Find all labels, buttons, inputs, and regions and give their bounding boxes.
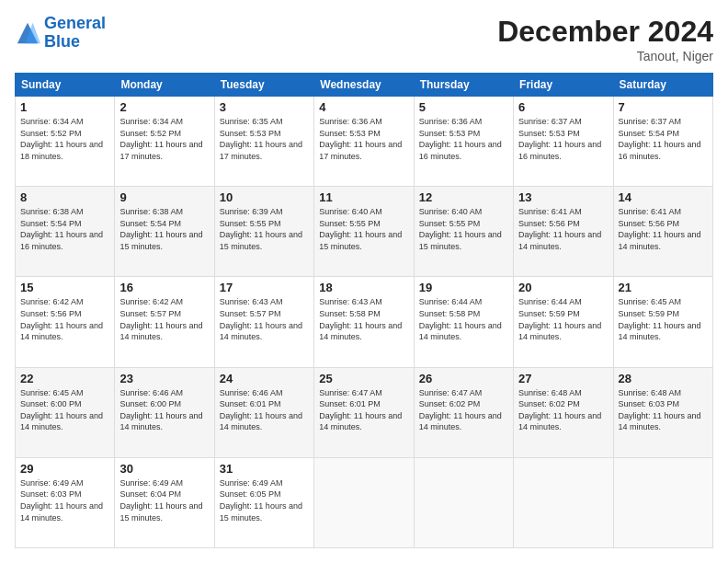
daylight-hours: Daylight: 11 hours and 15 minutes. <box>119 230 202 251</box>
day-number: 7 <box>619 100 708 114</box>
calendar-week-row: 8Sunrise: 6:38 AMSunset: 5:54 PMDaylight… <box>16 187 713 277</box>
calendar-cell: 7Sunrise: 6:37 AMSunset: 5:54 PMDaylight… <box>613 97 712 187</box>
day-number: 9 <box>119 190 209 204</box>
sunrise-info: Sunrise: 6:49 AM <box>20 478 84 488</box>
day-number: 15 <box>20 281 109 294</box>
daylight-hours: Daylight: 11 hours and 14 minutes. <box>518 411 601 432</box>
day-info: Sunrise: 6:35 AMSunset: 5:53 PMDaylight:… <box>220 116 309 162</box>
calendar-cell: 14Sunrise: 6:41 AMSunset: 5:56 PMDayligh… <box>613 187 712 277</box>
day-number: 4 <box>319 100 408 114</box>
weekday-header: Tuesday <box>214 74 313 97</box>
day-info: Sunrise: 6:36 AMSunset: 5:53 PMDaylight:… <box>319 116 408 162</box>
day-info: Sunrise: 6:47 AMSunset: 6:02 PMDaylight:… <box>419 387 508 433</box>
sunset-info: Sunset: 5:59 PM <box>518 309 580 318</box>
day-number: 8 <box>20 190 109 204</box>
calendar-cell: 25Sunrise: 6:47 AMSunset: 6:01 PMDayligh… <box>314 367 414 457</box>
calendar-week-row: 22Sunrise: 6:45 AMSunset: 6:00 PMDayligh… <box>16 367 713 457</box>
logo-icon <box>15 20 40 46</box>
sunrise-info: Sunrise: 6:43 AM <box>220 297 283 306</box>
sunset-info: Sunset: 5:52 PM <box>20 129 82 138</box>
calendar-cell: 23Sunrise: 6:46 AMSunset: 6:00 PMDayligh… <box>115 367 214 457</box>
day-number: 14 <box>619 190 708 204</box>
sunset-info: Sunset: 5:58 PM <box>419 309 481 318</box>
day-info: Sunrise: 6:49 AMSunset: 6:05 PMDaylight:… <box>220 477 309 523</box>
sunrise-info: Sunrise: 6:40 AM <box>419 207 483 216</box>
sunrise-info: Sunrise: 6:44 AM <box>518 297 582 306</box>
day-number: 30 <box>119 462 209 476</box>
calendar-cell: 3Sunrise: 6:35 AMSunset: 5:53 PMDaylight… <box>214 97 313 187</box>
calendar-cell: 1Sunrise: 6:34 AMSunset: 5:52 PMDaylight… <box>16 97 115 187</box>
sunrise-info: Sunrise: 6:45 AM <box>619 297 682 306</box>
daylight-hours: Daylight: 11 hours and 16 minutes. <box>419 140 502 161</box>
sunrise-info: Sunrise: 6:48 AM <box>619 388 682 397</box>
daylight-hours: Daylight: 11 hours and 14 minutes. <box>220 411 302 432</box>
header: General Blue December 2024 Tanout, Niger <box>15 15 713 63</box>
sunset-info: Sunset: 5:56 PM <box>619 219 680 228</box>
sunrise-info: Sunrise: 6:35 AM <box>220 117 283 126</box>
day-number: 19 <box>419 281 508 294</box>
sunrise-info: Sunrise: 6:39 AM <box>220 207 283 216</box>
title-month: December 2024 <box>497 15 713 49</box>
sunset-info: Sunset: 5:55 PM <box>419 219 481 228</box>
calendar-cell: 8Sunrise: 6:38 AMSunset: 5:54 PMDaylight… <box>16 187 115 277</box>
calendar-cell: 15Sunrise: 6:42 AMSunset: 5:56 PMDayligh… <box>16 277 115 367</box>
daylight-hours: Daylight: 11 hours and 14 minutes. <box>619 411 701 432</box>
calendar-cell: 2Sunrise: 6:34 AMSunset: 5:52 PMDaylight… <box>115 97 214 187</box>
daylight-hours: Daylight: 11 hours and 17 minutes. <box>220 140 302 161</box>
day-number: 12 <box>419 190 508 204</box>
day-info: Sunrise: 6:48 AMSunset: 6:02 PMDaylight:… <box>518 387 608 433</box>
calendar-cell: 16Sunrise: 6:42 AMSunset: 5:57 PMDayligh… <box>115 277 214 367</box>
sunset-info: Sunset: 5:59 PM <box>619 309 680 318</box>
sunrise-info: Sunrise: 6:46 AM <box>119 388 183 397</box>
day-info: Sunrise: 6:49 AMSunset: 6:04 PMDaylight:… <box>119 477 209 523</box>
sunset-info: Sunset: 5:55 PM <box>220 219 281 228</box>
day-info: Sunrise: 6:34 AMSunset: 5:52 PMDaylight:… <box>20 116 109 162</box>
title-location: Tanout, Niger <box>497 49 713 63</box>
daylight-hours: Daylight: 11 hours and 14 minutes. <box>419 321 502 342</box>
calendar-cell <box>314 457 414 547</box>
sunrise-info: Sunrise: 6:37 AM <box>518 117 582 126</box>
day-info: Sunrise: 6:39 AMSunset: 5:55 PMDaylight:… <box>220 206 309 252</box>
day-info: Sunrise: 6:48 AMSunset: 6:03 PMDaylight:… <box>619 387 708 433</box>
weekday-header: Monday <box>115 74 214 97</box>
calendar-header-row: SundayMondayTuesdayWednesdayThursdayFrid… <box>16 74 713 97</box>
sunrise-info: Sunrise: 6:46 AM <box>220 388 283 397</box>
calendar-cell: 31Sunrise: 6:49 AMSunset: 6:05 PMDayligh… <box>214 457 313 547</box>
daylight-hours: Daylight: 11 hours and 16 minutes. <box>518 140 601 161</box>
sunset-info: Sunset: 6:02 PM <box>518 399 580 408</box>
day-info: Sunrise: 6:40 AMSunset: 5:55 PMDaylight:… <box>419 206 508 252</box>
sunset-info: Sunset: 5:57 PM <box>220 309 281 318</box>
day-number: 17 <box>220 281 309 294</box>
calendar-week-row: 15Sunrise: 6:42 AMSunset: 5:56 PMDayligh… <box>16 277 713 367</box>
daylight-hours: Daylight: 11 hours and 14 minutes. <box>20 321 103 342</box>
weekday-header: Sunday <box>16 74 115 97</box>
daylight-hours: Daylight: 11 hours and 16 minutes. <box>20 230 103 251</box>
calendar-week-row: 29Sunrise: 6:49 AMSunset: 6:03 PMDayligh… <box>16 457 713 547</box>
sunset-info: Sunset: 6:03 PM <box>20 489 82 499</box>
sunrise-info: Sunrise: 6:37 AM <box>619 117 682 126</box>
day-number: 16 <box>119 281 209 294</box>
daylight-hours: Daylight: 11 hours and 18 minutes. <box>20 140 103 161</box>
day-info: Sunrise: 6:46 AMSunset: 6:00 PMDaylight:… <box>119 387 209 433</box>
sunrise-info: Sunrise: 6:42 AM <box>20 297 84 306</box>
daylight-hours: Daylight: 11 hours and 14 minutes. <box>319 411 402 432</box>
sunrise-info: Sunrise: 6:49 AM <box>119 478 183 488</box>
calendar-cell: 17Sunrise: 6:43 AMSunset: 5:57 PMDayligh… <box>214 277 313 367</box>
sunset-info: Sunset: 5:52 PM <box>119 129 181 138</box>
day-info: Sunrise: 6:40 AMSunset: 5:55 PMDaylight:… <box>319 206 408 252</box>
sunset-info: Sunset: 6:05 PM <box>220 489 281 499</box>
daylight-hours: Daylight: 11 hours and 15 minutes. <box>419 230 502 251</box>
sunrise-info: Sunrise: 6:38 AM <box>20 207 84 216</box>
daylight-hours: Daylight: 11 hours and 14 minutes. <box>119 411 202 432</box>
sunset-info: Sunset: 5:55 PM <box>319 219 381 228</box>
calendar-cell <box>414 457 513 547</box>
sunset-info: Sunset: 6:02 PM <box>419 399 481 408</box>
sunset-info: Sunset: 6:03 PM <box>619 399 680 408</box>
calendar: SundayMondayTuesdayWednesdayThursdayFrid… <box>15 73 713 548</box>
day-info: Sunrise: 6:41 AMSunset: 5:56 PMDaylight:… <box>518 206 608 252</box>
sunset-info: Sunset: 5:54 PM <box>20 219 82 228</box>
sunrise-info: Sunrise: 6:47 AM <box>419 388 483 397</box>
day-number: 13 <box>518 190 608 204</box>
sunrise-info: Sunrise: 6:34 AM <box>20 117 84 126</box>
sunrise-info: Sunrise: 6:36 AM <box>419 117 483 126</box>
